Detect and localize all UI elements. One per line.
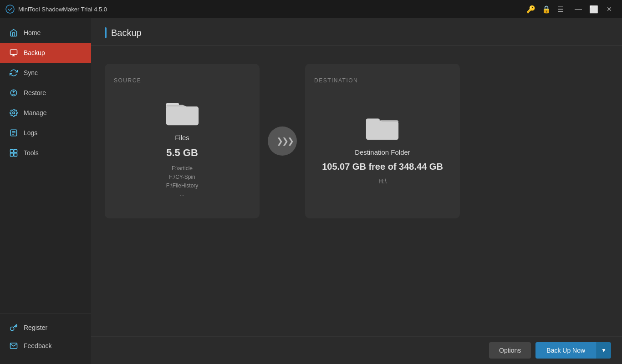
title-bar-right: 🔑 🔒 ☰ — ⬜ ✕ [524, 3, 617, 15]
title-bar-extra-icons: 🔑 🔒 ☰ [524, 3, 566, 15]
sidebar-item-home[interactable]: Home [0, 23, 91, 43]
title-bar: MiniTool ShadowMaker Trial 4.5.0 🔑 🔒 ☰ —… [0, 0, 622, 18]
content-area: Backup SOURCE [91, 18, 622, 364]
page-title: Backup [111, 28, 142, 38]
arrow-symbol: ❯❯❯ [275, 136, 293, 146]
sidebar-item-tools-label: Tools [24, 149, 39, 157]
source-path-3: F:\FileHistory [166, 182, 199, 190]
svg-rect-15 [366, 118, 380, 123]
source-card-inner: Files 5.5 GB F:\article F:\CY-Spin F:\Fi… [165, 93, 199, 205]
source-file-type: Files [175, 134, 189, 142]
key-icon[interactable]: 🔑 [524, 3, 538, 15]
sidebar-item-home-label: Home [24, 29, 41, 36]
sidebar-item-restore[interactable]: Restore [0, 83, 91, 103]
svg-rect-8 [10, 150, 14, 153]
main-layout: Home Backup [0, 18, 622, 364]
source-path-1: F:\article [166, 164, 199, 173]
svg-rect-13 [166, 106, 198, 125]
backup-now-dropdown-button[interactable]: ▼ [596, 342, 611, 359]
home-icon [9, 28, 18, 37]
lock-icon[interactable]: 🔒 [539, 3, 554, 15]
backup-now-button[interactable]: Back Up Now [535, 342, 596, 359]
sidebar-item-backup-label: Backup [24, 49, 45, 56]
restore-button[interactable]: ⬜ [586, 3, 602, 15]
backup-now-wrap: Back Up Now ▼ [535, 342, 611, 359]
footer: Options Back Up Now ▼ [91, 336, 622, 364]
sidebar-item-register-label: Register [24, 324, 47, 331]
restore-icon [9, 88, 18, 97]
svg-rect-14 [366, 121, 398, 140]
destination-folder-label: Destination Folder [355, 148, 410, 156]
svg-rect-11 [14, 153, 17, 157]
sidebar-item-restore-label: Restore [24, 89, 46, 96]
register-icon [9, 323, 18, 332]
destination-card[interactable]: DESTINATION Destination Folder 105.07 GB… [305, 64, 460, 218]
backup-content: SOURCE Files 5.5 GB [91, 46, 622, 336]
source-size: 5.5 GB [166, 147, 198, 159]
arrow-between: ❯❯❯ [260, 126, 305, 156]
backup-icon [9, 48, 18, 57]
destination-label: DESTINATION [314, 77, 358, 93]
sidebar-item-sync-label: Sync [24, 69, 38, 76]
source-paths: F:\article F:\CY-Spin F:\FileHistory ... [166, 164, 199, 199]
backup-cards: SOURCE Files 5.5 GB [105, 64, 608, 218]
svg-rect-9 [14, 150, 17, 153]
feedback-icon [9, 341, 18, 350]
destination-free-space: 105.07 GB free of 348.44 GB [322, 162, 443, 172]
sidebar-item-tools[interactable]: Tools [0, 143, 91, 163]
sync-icon [9, 68, 18, 77]
sidebar-bottom: Register Feedback [0, 313, 91, 364]
sidebar-item-backup[interactable]: Backup [0, 43, 91, 63]
sidebar-item-feedback-label: Feedback [24, 342, 51, 349]
source-path-2: F:\CY-Spin [166, 173, 199, 182]
sidebar-item-manage-label: Manage [24, 109, 47, 116]
svg-rect-10 [10, 153, 14, 157]
page-header: Backup [91, 18, 622, 46]
close-button[interactable]: ✕ [602, 4, 617, 15]
source-card[interactable]: SOURCE Files 5.5 GB [105, 64, 260, 218]
source-label: SOURCE [114, 77, 141, 93]
minimize-button[interactable]: — [571, 3, 586, 15]
menu-icon[interactable]: ☰ [555, 3, 566, 15]
svg-point-3 [13, 112, 15, 114]
tools-icon [9, 148, 18, 157]
destination-drive: H:\ [378, 177, 387, 185]
sidebar-item-sync[interactable]: Sync [0, 63, 91, 83]
app-title: MiniTool ShadowMaker Trial 4.5.0 [18, 6, 107, 13]
sidebar-item-feedback[interactable]: Feedback [0, 337, 91, 355]
sidebar-item-logs-label: Logs [24, 129, 37, 136]
arrow-circle: ❯❯❯ [268, 126, 297, 156]
app-logo-icon [5, 5, 15, 14]
source-path-ellipsis: ... [166, 190, 199, 199]
sidebar-item-register[interactable]: Register [0, 318, 91, 337]
backup-now-dropdown-arrow: ▼ [601, 347, 607, 354]
sidebar-item-manage[interactable]: Manage [0, 103, 91, 123]
title-bar-left: MiniTool ShadowMaker Trial 4.5.0 [5, 5, 107, 14]
svg-rect-1 [10, 50, 17, 55]
logs-icon [9, 128, 18, 137]
source-folder-icon [165, 99, 199, 128]
destination-folder-icon [365, 113, 399, 143]
page-header-accent [105, 27, 107, 38]
sidebar: Home Backup [0, 18, 91, 364]
sidebar-nav: Home Backup [0, 18, 91, 313]
sidebar-item-logs[interactable]: Logs [0, 123, 91, 143]
options-button[interactable]: Options [489, 342, 531, 359]
manage-icon [9, 108, 18, 117]
svg-point-0 [6, 5, 14, 13]
destination-card-inner: Destination Folder 105.07 GB free of 348… [322, 93, 443, 205]
